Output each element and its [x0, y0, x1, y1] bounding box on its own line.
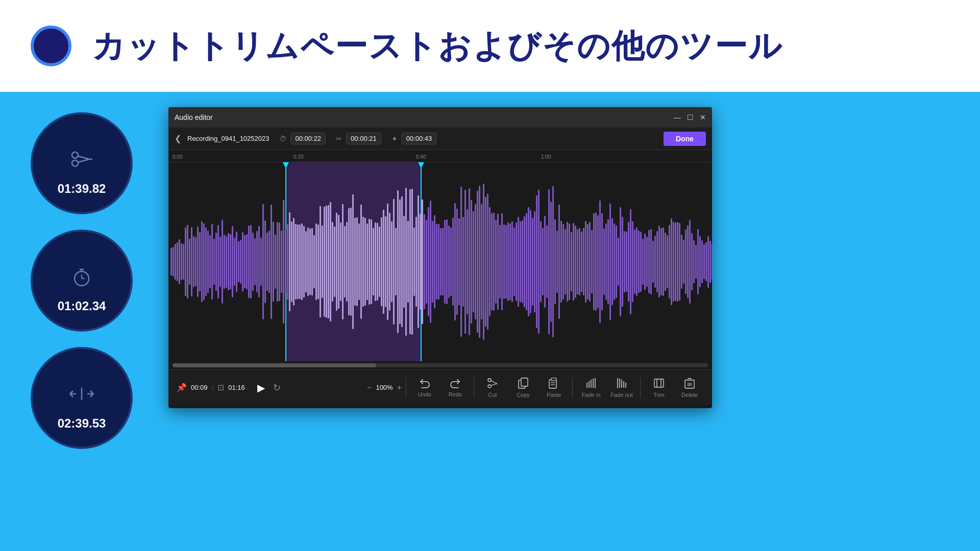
play-button[interactable]: ▶ — [257, 382, 265, 394]
svg-rect-32 — [617, 378, 618, 388]
svg-rect-31 — [595, 378, 596, 388]
redo-label: Redo — [449, 391, 462, 397]
svg-point-1 — [72, 160, 78, 166]
repeat-button[interactable]: ↻ — [273, 382, 281, 393]
header: カットトリムペーストおよびその他のツール — [0, 0, 980, 92]
redo-icon — [450, 378, 461, 390]
playback-buttons: ▶ ↻ — [257, 382, 281, 394]
split-icon — [69, 384, 94, 409]
undo-tool[interactable]: Undo — [410, 376, 439, 399]
scrollbar-thumb[interactable] — [173, 363, 376, 367]
title-bar: Audio editor — ☐ ✕ — [168, 107, 712, 128]
circle-2-time: 01:02.34 — [50, 297, 114, 315]
cut-label: Cut — [488, 392, 497, 398]
window-controls: — ☐ ✕ — [674, 113, 706, 121]
svg-rect-24 — [551, 378, 556, 381]
svg-line-20 — [491, 384, 497, 386]
time-group-3: ✦ 00:00:43 — [391, 133, 437, 144]
time-group-1: ⏱ 00:00:22 — [279, 133, 326, 144]
fade-in-label: Fade in — [582, 392, 601, 398]
zoom-in-button[interactable]: + — [397, 383, 402, 392]
minimize-button[interactable]: — — [674, 113, 681, 121]
marker-icon: ✦ — [391, 135, 398, 143]
fade-out-icon — [616, 378, 627, 390]
audio-editor-window: Audio editor — ☐ ✕ ❮ Recording_0941_1025… — [168, 107, 712, 408]
filename-label: Recording_0941_10252023 — [187, 135, 269, 142]
cut-tool[interactable]: Cut — [478, 375, 507, 400]
time-display-2: 00:00:21 — [346, 133, 381, 144]
page-title: カットトリムペーストおよびその他のツール — [92, 24, 783, 68]
tool-divider-2 — [474, 378, 474, 398]
svg-rect-30 — [593, 379, 594, 388]
svg-rect-27 — [586, 383, 587, 388]
svg-rect-37 — [654, 379, 664, 387]
time-group-2: ✂ 00:00:21 — [336, 133, 381, 144]
svg-rect-34 — [621, 380, 622, 388]
fade-out-tool[interactable]: Fade out — [607, 375, 636, 400]
ruler-mark-40: 0:40 — [416, 154, 426, 160]
pin-icon: 📌 — [177, 383, 187, 392]
waveform-area[interactable] — [168, 162, 712, 361]
scrollbar-area[interactable] — [168, 361, 712, 369]
editor-title: Audio editor — [175, 113, 213, 121]
clip-duration: 01:16 — [228, 384, 245, 391]
toolbar-row: ❮ Recording_0941_10252023 ⏱ 00:00:22 ✂ 0… — [168, 128, 712, 150]
svg-rect-36 — [625, 383, 626, 388]
playback-position: 00:09 — [191, 384, 208, 391]
fade-out-label: Fade out — [610, 392, 632, 398]
svg-rect-33 — [619, 379, 620, 388]
copy-label: Copy — [517, 392, 530, 398]
ruler-mark-0: 0:00 — [173, 154, 182, 160]
zoom-level: 100% — [376, 384, 393, 391]
svg-rect-28 — [589, 381, 590, 388]
time-display-3: 00:00:43 — [402, 133, 437, 144]
trim-label: Trim — [653, 392, 665, 398]
svg-point-18 — [488, 385, 491, 388]
trim-tool[interactable]: Trim — [645, 375, 673, 400]
waveform-bars-container — [168, 162, 712, 361]
tool-divider-4 — [640, 378, 641, 398]
maximize-button[interactable]: ☐ — [687, 113, 694, 121]
scrollbar-track — [173, 363, 708, 367]
undo-icon — [419, 378, 430, 390]
trim-icon — [653, 378, 665, 390]
paste-icon — [549, 378, 559, 390]
svg-line-19 — [491, 381, 497, 384]
scissor-time-icon: ✂ — [336, 135, 342, 143]
clock-icon: ⏱ — [279, 135, 286, 143]
paste-label: Paste — [547, 392, 561, 398]
delete-tool[interactable]: Delete — [675, 375, 704, 400]
circle-2: 01:02.34 — [31, 230, 133, 332]
bottom-controls: 📌 00:09 / ⊡ 01:16 ▶ ↻ − 100% + — [168, 369, 712, 405]
fade-in-icon — [585, 378, 597, 390]
circle-1: 01:39.82 — [31, 112, 133, 214]
svg-point-0 — [72, 152, 78, 158]
zoom-out-button[interactable]: − — [367, 383, 372, 392]
redo-tool[interactable]: Redo — [441, 376, 470, 399]
timeline-ruler: 0:00 0:20 0:40 1:00 — [168, 150, 712, 162]
circle-3: 02:39.53 — [31, 347, 133, 449]
tools-icon-1 — [69, 149, 94, 174]
paste-tool[interactable]: Paste — [540, 375, 568, 400]
playback-info: 📌 00:09 / ⊡ 01:16 — [177, 383, 245, 392]
svg-rect-35 — [623, 381, 624, 388]
delete-icon — [684, 378, 695, 390]
zoom-controls: − 100% + — [367, 383, 402, 392]
back-button[interactable]: ❮ — [175, 134, 181, 143]
circle-1-time: 01:39.82 — [50, 180, 114, 198]
svg-rect-22 — [521, 378, 528, 386]
copy-tool[interactable]: Copy — [509, 375, 537, 400]
circle-3-time: 02:39.53 — [50, 414, 114, 433]
close-button[interactable]: ✕ — [700, 113, 706, 121]
fade-in-tool[interactable]: Fade in — [577, 375, 605, 400]
cut-icon — [487, 378, 498, 390]
ruler-mark-20: 0:20 — [293, 154, 303, 160]
circles-container: 01:39.82 01:02.34 — [31, 112, 133, 449]
done-button[interactable]: Done — [664, 132, 706, 146]
svg-point-17 — [488, 379, 491, 382]
timer-icon — [70, 265, 93, 292]
edit-tools: − 100% + Undo Redo — [363, 375, 704, 400]
clip-icon: ⊡ — [217, 383, 224, 392]
time-display-1: 00:00:22 — [290, 133, 326, 144]
tool-divider-3 — [572, 378, 573, 398]
